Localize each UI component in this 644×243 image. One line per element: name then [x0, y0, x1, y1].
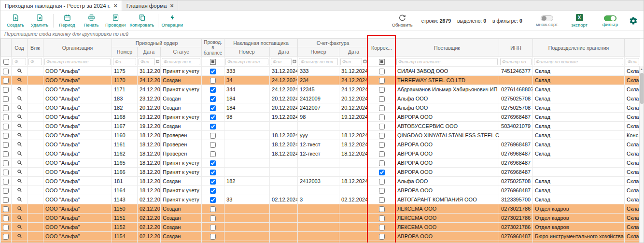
multisort-toggle[interactable]: множ.сорт. [534, 14, 560, 28]
correction-checkbox[interactable] [379, 133, 385, 139]
period-button[interactable]: Период [55, 13, 79, 29]
posted-checkbox[interactable] [210, 124, 216, 129]
row-open-magnifier[interactable] [12, 113, 28, 122]
row-select-checkbox[interactable] [3, 151, 9, 157]
filter-inv-date-input[interactable] [340, 58, 362, 65]
cell-posted[interactable] [202, 113, 224, 122]
header-order-number[interactable]: Номер [112, 47, 138, 57]
close-icon[interactable]: × [170, 3, 173, 9]
correction-checkbox[interactable] [379, 188, 385, 194]
cell-posted[interactable] [202, 76, 224, 85]
correction-checkbox[interactable] [379, 179, 385, 185]
posted-checkbox[interactable] [210, 179, 216, 185]
row-open-magnifier[interactable] [12, 103, 28, 113]
filter-order-date-input[interactable] [139, 58, 155, 65]
cell-posted[interactable] [202, 103, 224, 113]
filter-content-input[interactable] [13, 58, 26, 65]
table-row[interactable]: ООО "Альфа"18220.12.2024Создан18420.12.2… [1, 103, 641, 113]
header-posted[interactable]: Провод. в балансе [202, 39, 224, 57]
correction-checkbox[interactable] [379, 206, 385, 212]
cell-correction[interactable] [368, 140, 395, 149]
group-header-order[interactable]: Приходный ордер [112, 39, 202, 47]
header-department[interactable]: Подразделение хранения [533, 39, 625, 57]
cell-correction[interactable] [368, 223, 395, 232]
posted-checkbox[interactable] [210, 170, 216, 175]
posted-checkbox[interactable] [210, 142, 216, 148]
header-sup-date[interactable]: Дата [270, 47, 298, 57]
row-open-magnifier[interactable] [12, 232, 28, 241]
row-open-magnifier[interactable] [12, 85, 28, 94]
row-select-checkbox[interactable] [3, 78, 9, 84]
row-select-cell[interactable] [1, 113, 12, 122]
row-open-magnifier[interactable] [12, 186, 28, 195]
cell-correction[interactable] [368, 131, 395, 140]
cell-correction[interactable] [368, 103, 395, 113]
row-select-checkbox[interactable] [3, 160, 9, 166]
export-button[interactable]: X экспорт [567, 13, 591, 29]
posted-checkbox[interactable] [210, 225, 216, 230]
cell-correction[interactable] [368, 195, 395, 204]
cell-posted[interactable] [202, 94, 224, 103]
print-button[interactable]: Печать [79, 13, 103, 29]
row-select-cell[interactable] [1, 195, 12, 204]
cell-posted[interactable] [202, 122, 224, 131]
filter-department-input[interactable] [534, 58, 623, 65]
table-row[interactable]: ООО "Альфа"116618.12.2024Принят к учетуА… [1, 168, 641, 177]
cell-correction[interactable] [368, 204, 395, 214]
row-open-magnifier[interactable] [12, 76, 28, 85]
cell-correction[interactable] [368, 168, 395, 177]
row-select-cell[interactable] [1, 67, 12, 76]
row-open-magnifier[interactable] [12, 241, 28, 243]
row-select-cell[interactable] [1, 177, 12, 186]
operations-button[interactable]: Операции [160, 13, 185, 29]
cell-posted[interactable] [202, 204, 224, 214]
correction-checkbox[interactable] [379, 78, 385, 84]
posted-checkbox[interactable] [210, 133, 216, 139]
row-open-magnifier[interactable] [12, 149, 28, 158]
filter-inv-number-input[interactable] [299, 58, 338, 65]
row-select-checkbox[interactable] [3, 215, 9, 221]
cell-posted[interactable] [202, 232, 224, 241]
row-open-magnifier[interactable] [12, 158, 28, 168]
create-button[interactable]: Создать [3, 13, 28, 29]
row-select-cell[interactable] [1, 103, 12, 113]
row-select-cell[interactable] [1, 158, 12, 168]
posted-checkbox[interactable] [210, 206, 216, 212]
correction-checkbox[interactable] [379, 225, 385, 230]
cell-correction[interactable] [368, 113, 395, 122]
header-order-date[interactable]: Дата [138, 47, 161, 57]
row-select-checkbox[interactable] [3, 234, 9, 240]
correction-checkbox[interactable] [379, 142, 385, 148]
posted-checkbox[interactable] [210, 151, 216, 157]
posted-checkbox[interactable] [210, 87, 216, 93]
header-attach[interactable]: Влж [28, 39, 43, 57]
table-row[interactable]: ООО "Альфа"115002.12.2024СозданЛЕКСЕМА О… [1, 204, 641, 214]
table-row[interactable]: ООО "Альфа"115402.12.2024СозданАВРОРА ОО… [1, 232, 641, 241]
row-open-magnifier[interactable] [12, 214, 28, 223]
group-header-invoice[interactable]: Счет-фактура [298, 39, 368, 47]
filter-posted-checkbox[interactable] [202, 57, 224, 67]
table-row[interactable]: ООО "Альфа"117024.12.2024Создан3424.12.2… [1, 76, 641, 85]
row-select-checkbox[interactable] [3, 197, 9, 203]
row-select-checkbox[interactable] [3, 133, 9, 139]
table-row[interactable]: ООО "Альфа"116218.12.2024Проверен18.12.2… [1, 149, 641, 158]
cell-correction[interactable] [368, 94, 395, 103]
table-row[interactable]: ООО "Альфа"18118.12.2024Создан1822412003… [1, 177, 641, 186]
correction-checkbox[interactable] [379, 215, 385, 221]
row-open-magnifier[interactable] [12, 140, 28, 149]
row-select-checkbox[interactable] [3, 179, 9, 185]
filter-supplier-input[interactable] [396, 58, 498, 65]
row-select-checkbox[interactable] [3, 114, 9, 120]
row-select-checkbox[interactable] [3, 188, 9, 194]
filter-organization-input[interactable] [44, 58, 111, 65]
filter-order-status-input[interactable] [162, 58, 200, 65]
grouping-hint[interactable]: Перетащите сюда колонку для группировки … [0, 30, 644, 39]
row-open-magnifier[interactable] [12, 94, 28, 103]
row-open-magnifier[interactable] [12, 195, 28, 204]
cell-posted[interactable] [202, 158, 224, 168]
row-select-cell[interactable] [1, 241, 12, 243]
copy-button[interactable]: Копировать [127, 13, 156, 29]
table-row[interactable]: ООО "Альфа"116719.12.2024СозданАВТОБУССЕ… [1, 122, 641, 131]
filter-extra-input[interactable] [626, 58, 639, 65]
table-row[interactable]: ООО "Альфа"116118.12.2024Проверен18.12.2… [1, 140, 641, 149]
